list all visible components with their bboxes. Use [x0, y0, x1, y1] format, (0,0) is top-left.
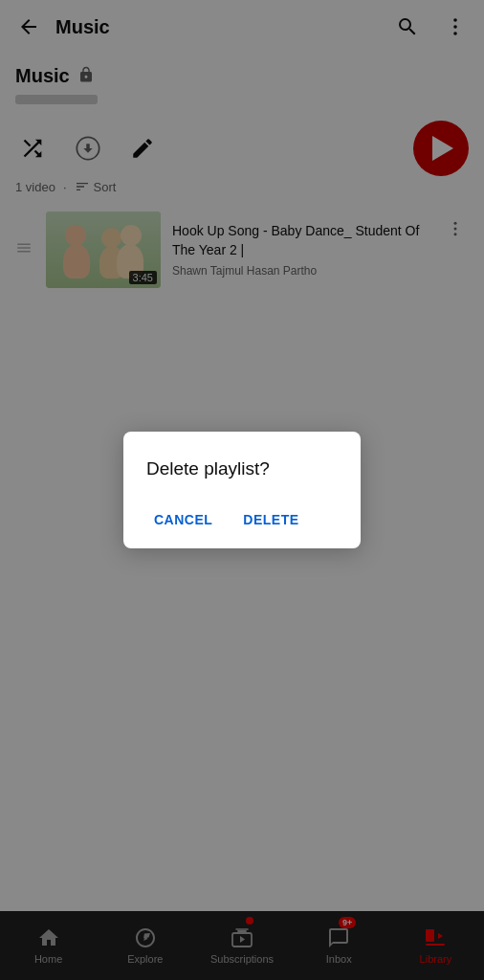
overlay[interactable]: Delete playlist? CANCEL DELETE [0, 0, 484, 980]
delete-button[interactable]: DELETE [235, 506, 306, 533]
dialog-title: Delete playlist? [146, 458, 338, 479]
delete-playlist-dialog: Delete playlist? CANCEL DELETE [123, 432, 361, 548]
cancel-button[interactable]: CANCEL [146, 506, 220, 533]
dialog-actions: CANCEL DELETE [146, 506, 338, 533]
